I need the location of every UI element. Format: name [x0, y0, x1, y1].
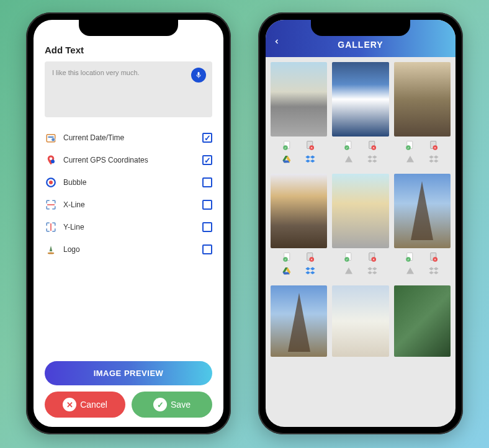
svg-text:✓: ✓ — [407, 146, 410, 150]
dropbox-icon[interactable] — [305, 266, 316, 277]
drive-icon[interactable] — [405, 154, 416, 165]
gallery-thumbnail[interactable] — [271, 285, 327, 357]
drive-icon[interactable] — [343, 266, 354, 277]
dropbox-icon[interactable] — [428, 266, 439, 277]
svg-text:✕: ✕ — [372, 258, 375, 261]
svg-text:✕: ✕ — [434, 146, 436, 150]
gallery-title: GALLERY — [338, 40, 383, 50]
doc-ok-icon[interactable]: ✓ — [282, 252, 293, 263]
svg-point-6 — [49, 181, 53, 184]
gallery-grid[interactable]: ✓✕✓✕✓✕✓✕✓✕✓✕ — [266, 57, 455, 362]
doc-ok-icon[interactable]: ✓ — [405, 252, 416, 263]
gallery-item[interactable]: ✓✕ — [332, 62, 388, 169]
svg-point-2 — [52, 138, 55, 141]
drive-icon[interactable] — [282, 154, 293, 165]
gallery-thumbnail[interactable] — [394, 174, 451, 248]
checkbox-unchecked[interactable] — [202, 222, 212, 232]
drive-icon[interactable] — [282, 266, 293, 277]
gallery-item[interactable]: ✓✕ — [271, 62, 327, 169]
gallery-item-actions: ✓✕ — [271, 137, 327, 169]
phone-frame-left: Add Text I like this location very much.… — [26, 12, 231, 434]
page-title: Add Text — [45, 45, 212, 55]
gallery-thumbnail[interactable] — [394, 285, 451, 357]
checkbox-unchecked[interactable] — [202, 244, 212, 254]
option-label: Current GPS Coordinates — [63, 156, 196, 164]
gallery-thumbnail[interactable] — [332, 174, 388, 248]
dropbox-icon[interactable] — [367, 154, 378, 165]
drive-icon[interactable] — [343, 154, 354, 165]
option-label: Logo — [63, 245, 196, 254]
option-logo[interactable]: Logo — [45, 238, 212, 261]
gallery-thumbnail[interactable] — [332, 285, 388, 357]
doc-remove-icon[interactable]: ✕ — [305, 140, 316, 151]
check-icon: ✓ — [153, 398, 167, 411]
svg-text:✕: ✕ — [434, 258, 436, 261]
checkbox-unchecked[interactable] — [202, 177, 212, 187]
svg-text:✓: ✓ — [284, 258, 287, 261]
checkbox-checked[interactable] — [202, 133, 212, 143]
option-label: Y-Line — [63, 223, 196, 231]
svg-point-9 — [48, 253, 55, 254]
dropbox-icon[interactable] — [367, 266, 378, 277]
phone-notch — [311, 20, 410, 36]
checkbox-unchecked[interactable] — [202, 200, 212, 210]
gallery-item-actions: ✓✕ — [394, 248, 451, 280]
gallery-item-actions: ✓✕ — [332, 248, 388, 280]
svg-text:✕: ✕ — [372, 146, 375, 150]
doc-remove-icon[interactable]: ✕ — [367, 140, 378, 151]
gallery-item[interactable]: ✓✕ — [394, 62, 451, 169]
gallery-item[interactable] — [332, 285, 388, 357]
gallery-thumbnail[interactable] — [271, 174, 327, 248]
cancel-label: Cancel — [80, 400, 107, 410]
phone-frame-right: GALLERY ✓✕✓✕✓✕✓✕✓✕✓✕ — [258, 12, 463, 434]
doc-remove-icon[interactable]: ✕ — [367, 252, 378, 263]
gallery-thumbnail[interactable] — [394, 62, 451, 137]
svg-text:✓: ✓ — [284, 146, 287, 150]
mic-button[interactable] — [191, 68, 206, 83]
xline-icon — [45, 199, 57, 211]
screen-right: GALLERY ✓✕✓✕✓✕✓✕✓✕✓✕ — [266, 20, 455, 427]
gallery-item[interactable] — [271, 285, 327, 357]
text-input[interactable]: I like this location very much. — [45, 61, 212, 117]
text-input-value: I like this location very much. — [52, 69, 205, 76]
checkbox-checked[interactable] — [202, 155, 212, 165]
gallery-thumbnail[interactable] — [271, 62, 327, 137]
back-button[interactable] — [273, 37, 280, 50]
option-bubble[interactable]: Bubble — [45, 171, 212, 194]
save-label: Save — [171, 400, 191, 410]
svg-text:✕: ✕ — [311, 146, 313, 150]
gallery-item[interactable] — [394, 285, 451, 357]
option-label: Bubble — [63, 178, 196, 187]
doc-remove-icon[interactable]: ✕ — [305, 252, 316, 263]
doc-remove-icon[interactable]: ✕ — [428, 140, 439, 151]
svg-text:✓: ✓ — [346, 146, 348, 150]
dropbox-icon[interactable] — [428, 154, 439, 165]
cancel-button[interactable]: ✕ Cancel — [45, 392, 125, 418]
doc-ok-icon[interactable]: ✓ — [343, 140, 354, 151]
dropbox-icon[interactable] — [305, 154, 316, 165]
logo-icon — [45, 243, 57, 256]
option-yline[interactable]: Y-Line — [45, 216, 212, 238]
svg-point-3 — [50, 158, 53, 161]
drive-icon[interactable] — [405, 266, 416, 277]
gallery-thumbnail[interactable] — [332, 62, 388, 137]
gallery-item[interactable]: ✓✕ — [271, 174, 327, 280]
doc-ok-icon[interactable]: ✓ — [282, 140, 293, 151]
option-label: X-Line — [63, 200, 196, 209]
svg-point-4 — [51, 159, 55, 163]
option-datetime[interactable]: Current Date/Time — [45, 127, 212, 149]
doc-ok-icon[interactable]: ✓ — [343, 252, 354, 263]
mic-icon — [195, 71, 202, 79]
save-button[interactable]: ✓ Save — [132, 392, 212, 418]
options-list: Current Date/Time Current GPS Coordinate… — [45, 127, 212, 361]
gallery-item-actions: ✓✕ — [271, 248, 327, 280]
doc-remove-icon[interactable]: ✕ — [428, 252, 439, 263]
close-icon: ✕ — [63, 398, 76, 411]
option-xline[interactable]: X-Line — [45, 194, 212, 216]
image-preview-button[interactable]: IMAGE PREVIEW — [45, 361, 212, 385]
datetime-icon — [45, 132, 57, 144]
gallery-item[interactable]: ✓✕ — [332, 174, 388, 280]
doc-ok-icon[interactable]: ✓ — [405, 140, 416, 151]
gallery-item[interactable]: ✓✕ — [394, 174, 451, 280]
option-gps[interactable]: Current GPS Coordinates — [45, 149, 212, 171]
